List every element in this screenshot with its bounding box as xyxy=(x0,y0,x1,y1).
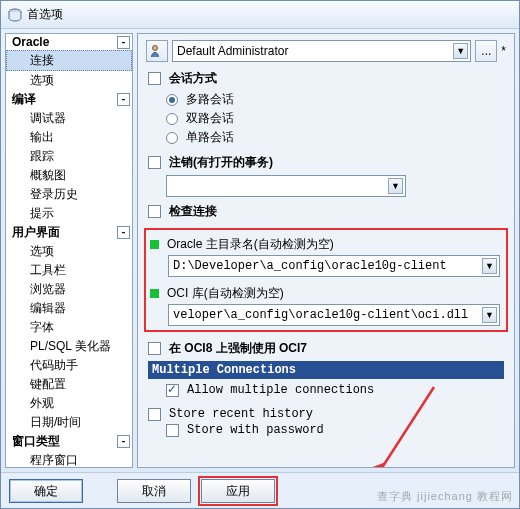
checkbox[interactable] xyxy=(166,424,179,437)
oraclehome-label: Oracle 主目录名(自动检测为空) xyxy=(167,236,334,253)
tree-item-fonts[interactable]: 字体 xyxy=(6,318,132,337)
section-checkbox[interactable] xyxy=(148,72,161,85)
titlebar: 首选项 xyxy=(1,1,519,29)
checkconn-section: 检查连接 xyxy=(138,199,514,226)
tree-item-trace[interactable]: 跟踪 xyxy=(6,147,132,166)
oraclehome-label-row: Oracle 主目录名(自动检测为空) xyxy=(150,236,500,253)
cancel-button[interactable]: 取消 xyxy=(117,479,191,503)
profile-row: Default Administrator ▼ ... * xyxy=(138,34,514,66)
tree-item-beautifier[interactable]: PL/SQL 美化器 xyxy=(6,337,132,356)
profile-combo[interactable]: Default Administrator ▼ xyxy=(172,40,471,62)
radio-multi[interactable]: 多路会话 xyxy=(166,91,504,108)
tree-item-key-config[interactable]: 键配置 xyxy=(6,375,132,394)
highlight-box: Oracle 主目录名(自动检测为空) D:\Developer\a_confi… xyxy=(144,228,508,332)
tree-item-browser[interactable]: 浏览器 xyxy=(6,280,132,299)
chevron-down-icon[interactable]: ▼ xyxy=(482,258,497,274)
tree-item-login-history[interactable]: 登录历史 xyxy=(6,185,132,204)
content-area: Oracle- 连接 选项 编译- 调试器 输出 跟踪 概貌图 登录历史 提示 … xyxy=(1,29,519,472)
tree-item-hints[interactable]: 提示 xyxy=(6,204,132,223)
section-checkbox[interactable] xyxy=(148,156,161,169)
ocilib-label: OCI 库(自动检测为空) xyxy=(167,285,284,302)
checkbox[interactable] xyxy=(148,408,161,421)
collapse-icon[interactable]: - xyxy=(117,36,130,49)
session-mode-section: 会话方式 多路会话 双路会话 单路会话 xyxy=(138,66,514,150)
footer: 确定 取消 应用 xyxy=(1,472,519,508)
preferences-window: 首选项 Oracle- 连接 选项 编译- 调试器 输出 跟踪 概貌图 登录历史… xyxy=(0,0,520,509)
tree-item-datetime[interactable]: 日期/时间 xyxy=(6,413,132,432)
tree-item-connection[interactable]: 连接 xyxy=(6,50,132,71)
tree-item-profile[interactable]: 概貌图 xyxy=(6,166,132,185)
tree-group-oracle[interactable]: Oracle- xyxy=(6,34,132,50)
modified-indicator: * xyxy=(501,44,506,58)
tree-item-code-assist[interactable]: 代码助手 xyxy=(6,356,132,375)
tree-item-ui-options[interactable]: 选项 xyxy=(6,242,132,261)
chevron-down-icon[interactable]: ▼ xyxy=(482,307,497,323)
profile-name: Default Administrator xyxy=(177,44,288,58)
radio-single[interactable]: 单路会话 xyxy=(166,129,504,146)
checkbox[interactable] xyxy=(148,205,161,218)
checkbox[interactable] xyxy=(166,384,179,397)
forceoci7-section: 在 OCI8 上强制使用 OCI7 Multiple Connections A… xyxy=(138,334,514,441)
svg-point-1 xyxy=(153,46,158,51)
session-mode-heading: 会话方式 xyxy=(148,70,504,87)
multiple-connections-header: Multiple Connections xyxy=(148,361,504,379)
allow-multi-row[interactable]: Allow multiple connections xyxy=(166,383,504,397)
logoff-section: 注销(有打开的事务) ▼ xyxy=(138,150,514,199)
tree-group-compile[interactable]: 编译- xyxy=(6,90,132,109)
store-history-row[interactable]: Store recent history xyxy=(148,407,504,421)
tree-item-output[interactable]: 输出 xyxy=(6,128,132,147)
status-icon xyxy=(150,240,159,249)
tree-item-toolbars[interactable]: 工具栏 xyxy=(6,261,132,280)
main-panel: Default Administrator ▼ ... * 会话方式 多路会话 … xyxy=(137,33,515,468)
checkconn-row[interactable]: 检查连接 xyxy=(148,203,504,220)
chevron-down-icon[interactable]: ▼ xyxy=(453,43,468,59)
forceoci7-row[interactable]: 在 OCI8 上强制使用 OCI7 xyxy=(148,340,504,357)
sidebar-tree[interactable]: Oracle- 连接 选项 编译- 调试器 输出 跟踪 概貌图 登录历史 提示 … xyxy=(5,33,133,468)
radio-icon xyxy=(166,94,178,106)
oraclehome-input[interactable]: D:\Developer\a_config\oracle10g-client ▼ xyxy=(168,255,500,277)
tree-item-debugger[interactable]: 调试器 xyxy=(6,109,132,128)
checkbox[interactable] xyxy=(148,342,161,355)
app-icon xyxy=(7,7,23,23)
store-password-row[interactable]: Store with password xyxy=(166,423,504,437)
ocilib-label-row: OCI 库(自动检测为空) xyxy=(150,285,500,302)
ocilib-input[interactable]: veloper\a_config\oracle10g-client\oci.dl… xyxy=(168,304,500,326)
window-title: 首选项 xyxy=(27,6,63,23)
collapse-icon[interactable]: - xyxy=(117,93,130,106)
logoff-heading: 注销(有打开的事务) xyxy=(148,154,504,171)
tree-item-editor[interactable]: 编辑器 xyxy=(6,299,132,318)
tree-item-appearance[interactable]: 外观 xyxy=(6,394,132,413)
apply-button[interactable]: 应用 xyxy=(201,479,275,503)
status-icon xyxy=(150,289,159,298)
svg-marker-3 xyxy=(370,462,386,468)
logoff-combo[interactable]: ▼ xyxy=(166,175,406,197)
radio-dual[interactable]: 双路会话 xyxy=(166,110,504,127)
tree-group-ui[interactable]: 用户界面- xyxy=(6,223,132,242)
ok-button[interactable]: 确定 xyxy=(9,479,83,503)
radio-icon xyxy=(166,113,178,125)
tree-item-program-window[interactable]: 程序窗口 xyxy=(6,451,132,468)
tree-item-options[interactable]: 选项 xyxy=(6,71,132,90)
profile-more-button[interactable]: ... xyxy=(475,40,497,62)
collapse-icon[interactable]: - xyxy=(117,226,130,239)
chevron-down-icon[interactable]: ▼ xyxy=(388,178,403,194)
tree-group-window-types[interactable]: 窗口类型- xyxy=(6,432,132,451)
profile-icon[interactable] xyxy=(146,40,168,62)
collapse-icon[interactable]: - xyxy=(117,435,130,448)
radio-icon xyxy=(166,132,178,144)
